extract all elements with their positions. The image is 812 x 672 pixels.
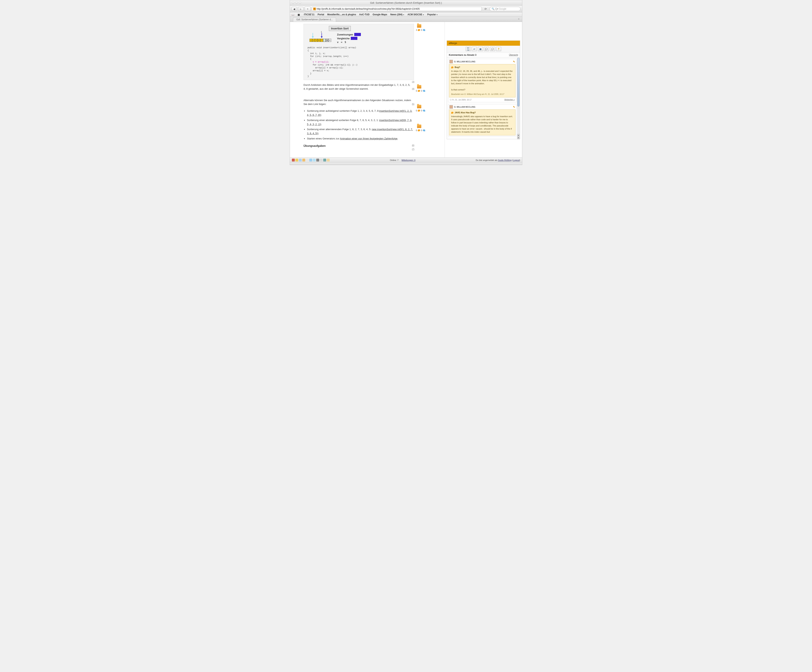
status-cal-icon[interactable] <box>302 158 305 162</box>
para-anchor-7[interactable]: (7) <box>412 148 415 151</box>
cell: 1 <box>309 39 312 42</box>
para-anchor-6[interactable]: (6) <box>412 144 415 147</box>
edit-icon[interactable]: ✎ <box>513 60 515 63</box>
browser-window: GdI: Sortierverfahren (Sortieren durch E… <box>290 0 522 165</box>
reply-link[interactable]: Antworten » <box>505 99 515 101</box>
status-bar: Online: 7 Mitteilungen: 0 Du bist angeme… <box>290 157 522 162</box>
bubble-icon <box>451 112 454 114</box>
reading-list-icon[interactable]: 📖 <box>292 14 295 16</box>
forward-button[interactable]: ▶ <box>298 7 304 11</box>
status-icons <box>292 158 330 162</box>
avatar <box>449 105 453 109</box>
close-window-icon[interactable] <box>292 2 294 4</box>
add-bookmark-button[interactable]: ＋ <box>305 7 310 11</box>
status-chart-icon[interactable] <box>323 158 326 162</box>
list-item: Sortierung einer aufsteigend sortierten … <box>307 109 414 117</box>
folder-icon[interactable] <box>417 105 421 108</box>
bookmark-portal[interactable]: Portal <box>317 13 324 16</box>
comment-blue-icon <box>423 29 425 31</box>
comment-blue-icon <box>423 90 425 92</box>
emargo-comment1-icon[interactable]: 💬 <box>484 47 489 51</box>
bookmark-news[interactable]: News (284)▼ <box>390 13 404 16</box>
search-field[interactable]: 🔍 Q▾ Google <box>490 7 520 11</box>
emargo-help-icon[interactable]: ? <box>496 47 501 51</box>
list-item: Starten eines Generators zur Animation e… <box>307 137 414 141</box>
list-item: Sortierung einer absteigend sortierten F… <box>307 118 414 126</box>
cell: 7 <box>320 39 323 42</box>
status-mail-icon[interactable] <box>299 158 302 162</box>
status-online: Online: 7 <box>390 159 398 161</box>
folder-icon[interactable] <box>417 124 421 128</box>
folder-icon[interactable] <box>417 24 421 28</box>
url-bar[interactable]: m http://proffs.tk.informatik.tu-darmsta… <box>312 7 482 11</box>
emargo-comment2-icon[interactable]: 💬 <box>490 47 495 51</box>
zoom-window-icon[interactable] <box>299 2 301 4</box>
status-login: Du bist angemeldet als Guido Rößling (Lo… <box>476 159 520 161</box>
emargo-abc-icon[interactable]: abcxyz <box>466 47 471 51</box>
bookmark-moodle[interactable]: Moodlerific....es & plugins <box>328 13 356 16</box>
margin-block: 3 0 <box>416 24 430 31</box>
back-button[interactable]: ◀ <box>292 7 297 11</box>
legend-swatch-icon <box>351 37 357 40</box>
para-anchor-4[interactable]: (4) <box>412 87 415 90</box>
emargo-overview-link[interactable]: Übersicht <box>509 54 518 56</box>
comment-blue-icon <box>423 110 425 112</box>
para-anchor-3[interactable]: (3) <box>412 80 415 83</box>
pointer-cyan-icon <box>312 33 314 37</box>
edit-icon[interactable]: ✎ <box>513 105 515 109</box>
comment-author: O. WILLIAM MCCLUNG <box>454 106 475 108</box>
tab-bar: GdI: Sortierverfahren (Sortieren d... ＋ <box>290 17 522 22</box>
favicon-icon: m <box>313 8 316 10</box>
status-gear-icon[interactable] <box>316 158 319 162</box>
main-column: Insertion Sort i 1 <box>290 22 445 157</box>
comment-card: O. WILLIAM MCCLUNG ✎ JAVE Also Has Bug? … <box>448 104 517 136</box>
search-icon: 🔍 <box>492 8 495 10</box>
array-visualization: i 1 2 3 6 <box>309 33 331 42</box>
comment-card: O. WILLIAM MCCLUNG ✎ Bug? In steps 12, 1… <box>448 59 517 102</box>
bookmark-popular[interactable]: Popular▼ <box>427 13 438 16</box>
bookmark-iticse[interactable]: ITiCSE'11 <box>304 13 314 16</box>
status-edit-icon[interactable] <box>320 158 322 162</box>
minimize-window-icon[interactable] <box>295 2 298 4</box>
emargo-reply-icon[interactable]: ↩ <box>472 47 477 51</box>
status-tag-icon[interactable] <box>313 158 316 162</box>
emargo-toolbar: abcxyz ↩ ▤ 💬 💬 ? <box>447 46 520 53</box>
bubble-icon <box>451 66 454 68</box>
array-cells: 1 2 3 6 7 4 8 <box>309 39 331 42</box>
status-messages-link[interactable]: Mitteilungen: 0 <box>401 159 416 161</box>
cell: 2 <box>312 39 315 42</box>
bookmark-sigcse[interactable]: ACM SIGCSE▼ <box>408 13 424 16</box>
algorithm-box[interactable]: Insertion Sort i 1 <box>304 24 414 80</box>
pointer-blue-icon <box>321 33 322 37</box>
status-user-link[interactable]: Guido Rößling <box>498 159 512 161</box>
status-doc-icon[interactable] <box>295 158 298 162</box>
folder-icon[interactable] <box>417 85 421 88</box>
emargo-page-icon[interactable]: ▤ <box>478 47 483 51</box>
sidebar: eMargo abcxyz ↩ ▤ 💬 💬 ? Kommentare zu Ab… <box>445 22 522 157</box>
url-text: http://proffs.tk.informatik.tu-darmstadt… <box>317 8 420 10</box>
cell: 6 <box>317 39 320 42</box>
margin-block: 0 0 <box>416 124 430 131</box>
status-user-icon[interactable] <box>292 158 295 162</box>
bookmark-aoc[interactable]: AoC-TUD <box>359 13 369 16</box>
status-search-icon[interactable] <box>327 158 330 162</box>
tab-active[interactable]: GdI: Sortierverfahren (Sortieren d... <box>293 17 336 22</box>
status-chat-icon[interactable] <box>309 158 312 162</box>
logout-link[interactable]: Logout <box>513 159 520 161</box>
status-print-icon[interactable] <box>306 158 309 162</box>
window-title: GdI: Sortierverfahren (Sortieren durch E… <box>290 0 522 6</box>
new-tab-button[interactable]: ＋ <box>517 17 520 21</box>
para-anchor-5[interactable]: (5) <box>412 103 415 105</box>
search-placeholder: Google <box>499 8 507 10</box>
link-gen[interactable]: Animation einer von Ihnen festgelegten Z… <box>340 137 397 140</box>
emargo-scrollbar[interactable]: ▲ ▼ <box>517 58 520 139</box>
reload-button[interactable]: ⟳ <box>483 7 488 10</box>
page-content: Insertion Sort i 1 <box>290 22 522 157</box>
comment-orange-icon <box>418 129 420 131</box>
paragraph-5: Alternativ können Sie auch Algorithmenan… <box>304 99 414 106</box>
comment-orange-icon <box>418 90 420 92</box>
resize-grip[interactable] <box>290 162 522 165</box>
top-sites-icon[interactable]: ▦ <box>298 14 301 16</box>
comment-body: Bug? In steps 12, 18, 28, 36, and 46, j-… <box>449 64 515 97</box>
bookmark-gmaps[interactable]: Google Maps <box>373 13 387 16</box>
